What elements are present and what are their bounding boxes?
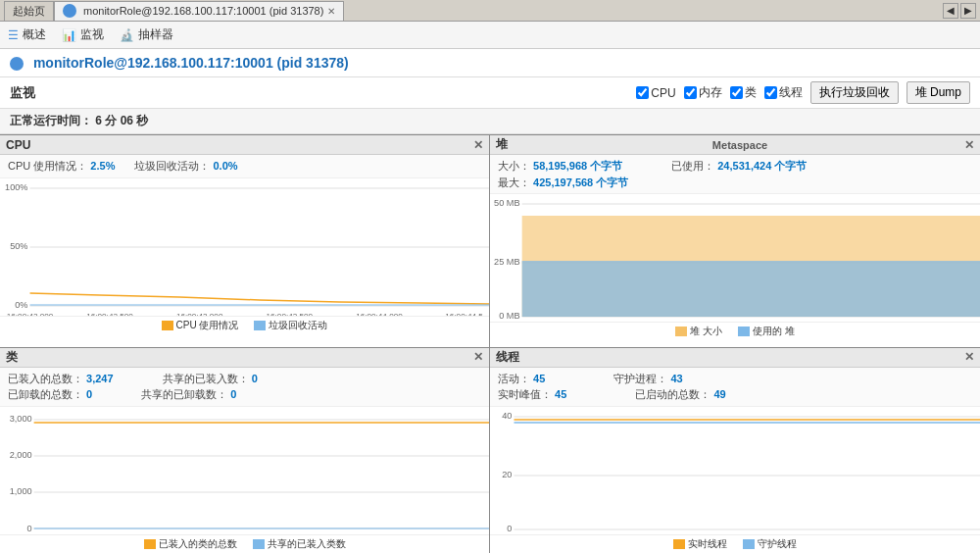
heap-panel-stats: 大小： 58,195,968 个字节 已使用： 24,531,424 个字节 最…	[490, 155, 980, 194]
classes-chart-area: 3,000 2,000 1,000 0 16:00:42 16:00:43 16…	[0, 407, 489, 534]
monitor-controls: CPU 内存 类 线程 执行垃圾回收 堆 Dump	[636, 81, 970, 104]
cpu-panel: CPU ✕ CPU 使用情况： 2.5% 垃圾回收活动： 0.0% 100% 5…	[0, 135, 490, 348]
svg-text:16:00:42.500: 16:00:42.500	[86, 312, 133, 316]
app-title: monitorRole@192.168.100.117:10001 (pid 3…	[33, 55, 349, 71]
dump-button[interactable]: 堆 Dump	[906, 81, 970, 104]
checkbox-memory[interactable]: 内存	[684, 84, 722, 101]
daemon-value: 43	[670, 373, 682, 384]
heap-max-value: 425,197,568 个字节	[533, 176, 628, 188]
heap-used-legend-color	[738, 327, 750, 336]
svg-text:2,000: 2,000	[10, 450, 32, 460]
svg-text:100%: 100%	[5, 182, 27, 192]
threads-chart-area: 40 20 0 16:00:42 16:00:43 16:00:44	[490, 407, 980, 534]
heap-size-legend-label: 堆 大小	[690, 325, 722, 338]
unloaded-total-value: 0	[86, 388, 92, 400]
loaded-legend-label: 已装入的类的总数	[159, 537, 237, 551]
loaded-legend-color	[144, 539, 156, 549]
daemon-thread-legend-color	[743, 539, 755, 549]
tab-monitor[interactable]: monitorRole@192.168.100.117:10001 (pid 3…	[54, 1, 344, 21]
classes-panel-stats: 已装入的总数： 3,247 共享的已装入数： 0 已卸载的总数： 0 共享的已卸…	[0, 368, 489, 407]
live-thread-legend-label: 实时线程	[688, 537, 727, 551]
cpu-legend-color	[162, 321, 173, 330]
gc-button[interactable]: 执行垃圾回收	[810, 81, 899, 104]
toolbar-sampler-btn[interactable]: 🔬 抽样器	[120, 26, 173, 43]
checkbox-thread[interactable]: 线程	[764, 84, 803, 101]
overview-icon: ☰	[8, 28, 19, 42]
svg-text:3,000: 3,000	[10, 414, 32, 424]
checkbox-cpu[interactable]: CPU	[636, 86, 675, 100]
toolbar-overview-btn[interactable]: ☰ 概述	[8, 26, 46, 43]
svg-text:40: 40	[502, 411, 512, 421]
nav-arrow-right[interactable]: ▶	[960, 3, 976, 19]
uptime-bar: 正常运行时间： 6 分 06 秒	[0, 109, 980, 134]
heap-panel-header: 堆 Metaspace ✕	[490, 135, 980, 155]
toolbar-monitor-btn[interactable]: 📊 监视	[62, 26, 104, 43]
peak-label: 实时峰值：	[498, 388, 552, 400]
svg-text:0: 0	[507, 524, 512, 533]
threads-panel-header: 线程 ✕	[490, 348, 980, 368]
threads-panel-stats: 活动： 45 守护进程： 43 实时峰值： 45 已启动的总数： 49	[490, 368, 980, 407]
uptime-value: 6 分 06 秒	[95, 114, 148, 127]
overview-label: 概述	[23, 26, 46, 43]
sampler-label: 抽样器	[138, 26, 173, 43]
svg-text:50%: 50%	[10, 241, 27, 251]
svg-text:50 MB: 50 MB	[494, 198, 520, 208]
threads-panel: 线程 ✕ 活动： 45 守护进程： 43 实时峰值： 45	[490, 348, 980, 553]
heap-size-label: 大小：	[498, 160, 530, 172]
svg-text:25 MB: 25 MB	[494, 257, 520, 267]
heap-max-label: 最大：	[498, 176, 530, 188]
heap-panel-close[interactable]: ✕	[964, 138, 974, 152]
sampler-icon: 🔬	[120, 28, 134, 42]
checkbox-class[interactable]: 类	[730, 84, 757, 101]
heap-used-legend-label: 使用的 堆	[753, 325, 795, 338]
heap-panel: 堆 Metaspace ✕ 大小： 58,195,968 个字节 已使用： 24…	[490, 135, 980, 348]
cpu-panel-stats: CPU 使用情况： 2.5% 垃圾回收活动： 0.0%	[0, 155, 489, 178]
tab-monitor-close[interactable]: ✕	[327, 6, 335, 17]
loaded-total-value: 3,247	[86, 373, 114, 384]
tab-monitor-label: monitorRole@192.168.100.117:10001 (pid 3…	[83, 5, 323, 17]
svg-text:16:00:44.000: 16:00:44.000	[356, 312, 403, 316]
toolbar: ☰ 概述 📊 监视 🔬 抽样器	[0, 22, 980, 49]
daemon-label: 守护进程：	[613, 373, 667, 384]
svg-text:0: 0	[26, 524, 31, 533]
classes-panel-close[interactable]: ✕	[473, 350, 483, 364]
active-value: 45	[533, 373, 545, 384]
cpu-legend-label: CPU 使用情况	[176, 319, 239, 332]
gc-legend-label: 垃圾回收活动	[269, 319, 327, 332]
svg-text:20: 20	[502, 470, 512, 479]
shared-loaded-legend-label: 共享的已装入类数	[268, 537, 346, 551]
heap-tab-title: Metaspace	[712, 139, 767, 151]
monitor-section-title: 监视	[10, 84, 35, 102]
svg-marker-19	[522, 261, 980, 317]
tab-bar: 起始页 monitorRole@192.168.100.117:10001 (p…	[0, 0, 980, 22]
total-started-label: 已启动的总数：	[635, 388, 710, 400]
gc-legend-color	[254, 321, 266, 330]
cpu-panel-close[interactable]: ✕	[473, 138, 483, 152]
threads-panel-title: 线程	[496, 349, 519, 366]
tab-nav-arrows: ◀ ▶	[943, 3, 976, 19]
svg-text:16:00:44.5: 16:00:44.5	[445, 312, 483, 316]
heap-chart-legend: 堆 大小 使用的 堆	[490, 322, 980, 340]
svg-text:16:00:42.000: 16:00:42.000	[7, 312, 54, 316]
shared-loaded-label: 共享的已装入数：	[163, 373, 249, 384]
svg-text:16:00:43.500: 16:00:43.500	[267, 312, 314, 316]
live-thread-legend-color	[673, 539, 685, 549]
heap-size-value: 58,195,968 个字节	[533, 160, 622, 172]
panels-grid: CPU ✕ CPU 使用情况： 2.5% 垃圾回收活动： 0.0% 100% 5…	[0, 134, 980, 553]
threads-panel-close[interactable]: ✕	[964, 350, 974, 364]
classes-chart-legend: 已装入的类的总数 共享的已装入类数	[0, 534, 489, 553]
svg-text:0%: 0%	[15, 300, 27, 310]
loaded-total-label: 已装入的总数：	[8, 373, 83, 384]
monitor-icon: 📊	[62, 28, 76, 42]
monitor-label: 监视	[80, 26, 104, 43]
classes-panel: 类 ✕ 已装入的总数： 3,247 共享的已装入数： 0 已卸载的总数： 0	[0, 348, 490, 553]
uptime-label: 正常运行时间：	[10, 114, 92, 127]
cpu-panel-header: CPU ✕	[0, 135, 489, 155]
svg-text:1,000: 1,000	[10, 486, 32, 496]
cpu-usage-label: CPU 使用情况：	[8, 160, 87, 172]
heap-chart-area: 50 MB 25 MB 0 MB 16:00:42 16:00:43 16:00…	[490, 194, 980, 322]
gc-activity-value: 0.0%	[213, 160, 237, 172]
nav-arrow-left[interactable]: ◀	[943, 3, 958, 19]
tab-start[interactable]: 起始页	[4, 1, 54, 21]
daemon-thread-legend-label: 守护线程	[758, 537, 797, 551]
